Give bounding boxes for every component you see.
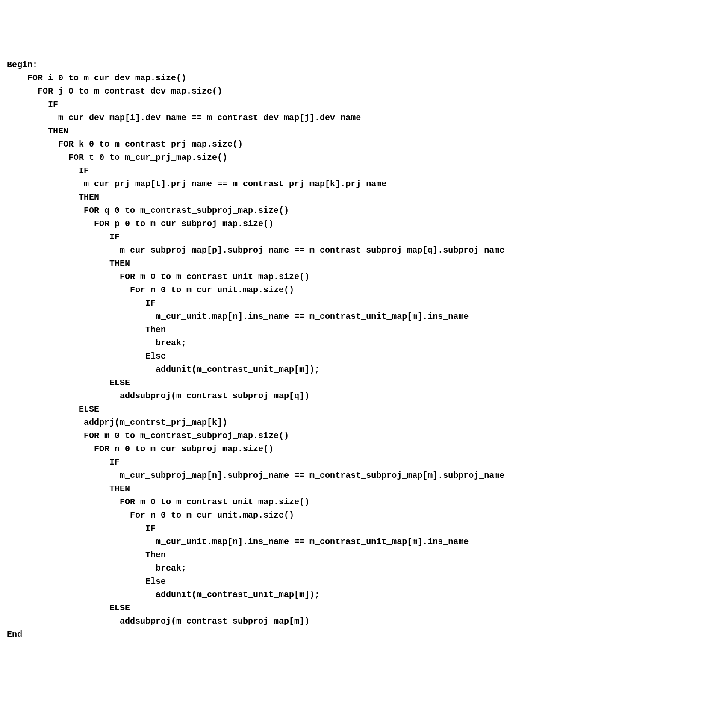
code-line: IF bbox=[7, 100, 58, 109]
code-line: Then bbox=[7, 325, 166, 335]
code-line: Else bbox=[7, 351, 166, 361]
code-line: FOR m 0 to m_contrast_subproj_map.size() bbox=[7, 431, 289, 441]
code-line: IF bbox=[7, 166, 89, 176]
code-line: FOR k 0 to m_contrast_prj_map.size() bbox=[7, 139, 243, 149]
code-line: m_cur_prj_map[t].prj_name == m_contrast_… bbox=[7, 179, 386, 189]
pseudocode-block: Begin: FOR i 0 to m_cur_dev_map.size() F… bbox=[7, 58, 721, 641]
code-line: Then bbox=[7, 550, 166, 560]
code-line: THEN bbox=[7, 484, 130, 494]
code-line: m_cur_unit.map[n].ins_name == m_contrast… bbox=[7, 312, 469, 321]
code-line: FOR p 0 to m_cur_subproj_map.size() bbox=[7, 219, 274, 229]
code-line: FOR i 0 to m_cur_dev_map.size() bbox=[7, 73, 186, 83]
code-line: addunit(m_contrast_unit_map[m]); bbox=[7, 590, 320, 600]
code-line: For n 0 to m_cur_unit.map.size() bbox=[7, 510, 294, 520]
code-line: IF bbox=[7, 298, 156, 308]
code-line: ELSE bbox=[7, 404, 99, 414]
code-line: FOR t 0 to m_cur_prj_map.size() bbox=[7, 153, 227, 162]
code-line: addunit(m_contrast_unit_map[m]); bbox=[7, 365, 320, 374]
code-line: m_cur_subproj_map[n].subproj_name == m_c… bbox=[7, 471, 504, 480]
code-line: FOR j 0 to m_contrast_dev_map.size() bbox=[7, 86, 222, 96]
code-line: m_cur_subproj_map[p].subproj_name == m_c… bbox=[7, 245, 504, 255]
code-line: FOR m 0 to m_contrast_unit_map.size() bbox=[7, 272, 309, 282]
code-line: THEN bbox=[7, 192, 99, 202]
code-line: FOR m 0 to m_contrast_unit_map.size() bbox=[7, 497, 309, 507]
code-line: break; bbox=[7, 338, 186, 348]
code-line: m_cur_unit.map[n].ins_name == m_contrast… bbox=[7, 537, 469, 547]
code-line: FOR q 0 to m_contrast_subproj_map.size() bbox=[7, 206, 289, 215]
code-line: FOR n 0 to m_cur_subproj_map.size() bbox=[7, 444, 274, 454]
code-line: ELSE bbox=[7, 603, 130, 613]
code-line: THEN bbox=[7, 126, 68, 136]
code-line: addsubproj(m_contrast_subproj_map[q]) bbox=[7, 391, 309, 401]
code-line: End bbox=[7, 630, 22, 639]
code-line: addprj(m_contrst_prj_map[k]) bbox=[7, 418, 227, 427]
code-line: Else bbox=[7, 577, 166, 586]
code-line: IF bbox=[7, 232, 120, 242]
code-line: IF bbox=[7, 457, 120, 467]
code-line: IF bbox=[7, 524, 156, 533]
code-line: Begin: bbox=[7, 60, 38, 70]
code-line: addsubproj(m_contrast_subproj_map[m]) bbox=[7, 616, 309, 626]
code-line: For n 0 to m_cur_unit.map.size() bbox=[7, 285, 294, 295]
code-line: break; bbox=[7, 563, 186, 573]
code-line: m_cur_dev_map[i].dev_name == m_contrast_… bbox=[7, 113, 361, 123]
code-line: ELSE bbox=[7, 378, 130, 388]
code-line: THEN bbox=[7, 259, 130, 268]
